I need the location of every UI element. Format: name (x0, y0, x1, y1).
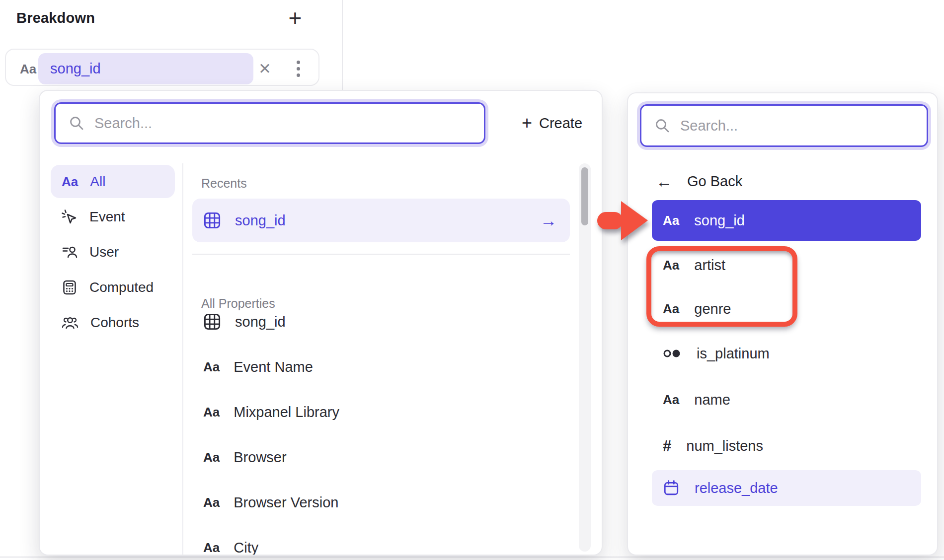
calendar-icon (663, 480, 680, 496)
search-input[interactable] (94, 115, 484, 132)
type-text-icon: Aa (203, 496, 220, 509)
property-detail-panel: ← Go Back Aa song_id Aa artist Aa genre … (627, 92, 938, 556)
sub-property-song-id[interactable]: Aa song_id (652, 200, 921, 241)
section-divider (192, 254, 570, 255)
plus-icon: + (289, 4, 302, 31)
sub-property-search (640, 104, 928, 147)
calculator-icon (62, 280, 78, 295)
recents-header: Recents (201, 176, 247, 191)
scrollbar-thumb[interactable] (581, 167, 588, 225)
arrow-left-icon: ← (656, 173, 672, 190)
grid-table-icon (203, 313, 221, 331)
event-cursor-icon (62, 209, 78, 225)
property-browser-version[interactable]: Aa Browser Version (192, 489, 570, 516)
create-property-button[interactable]: + Create (505, 105, 599, 141)
type-text-icon: Aa (62, 175, 78, 188)
property-browser[interactable]: Aa Browser (192, 443, 570, 471)
plus-icon: + (522, 114, 532, 132)
scrollbar-track[interactable] (579, 163, 591, 552)
type-text-icon: Aa (663, 393, 679, 406)
kebab-icon (297, 61, 300, 64)
hash-icon: # (663, 438, 671, 454)
screen: Breakdown + Aa song_id ✕ + Create Aa (0, 0, 944, 560)
arrow-right-icon: → (540, 212, 557, 229)
category-event[interactable]: Event (51, 200, 175, 233)
breakdown-chip-value[interactable]: song_id (38, 53, 253, 84)
type-text-icon: Aa (203, 451, 220, 464)
string-type-icon: Aa (20, 62, 36, 77)
category-cohorts[interactable]: Cohorts (51, 306, 175, 339)
property-song-id[interactable]: song_id (192, 308, 570, 336)
property-city[interactable]: Aa City (192, 534, 570, 556)
search-icon (69, 115, 84, 131)
sidebar-divider (342, 0, 343, 90)
boolean-icon (663, 348, 682, 359)
category-list: Aa All Event User (51, 165, 175, 339)
property-search (54, 102, 485, 144)
recent-property-song-id[interactable]: song_id → (192, 199, 570, 242)
add-breakdown-button[interactable]: + (281, 4, 309, 32)
sub-property-num-listens[interactable]: # num_listens (652, 432, 921, 460)
chip-value-label: song_id (50, 61, 101, 77)
type-text-icon: Aa (663, 214, 679, 227)
type-text-icon: Aa (663, 302, 679, 315)
property-mixpanel-library[interactable]: Aa Mixpanel Library (192, 398, 570, 426)
bottom-border (0, 557, 944, 558)
sub-property-artist[interactable]: Aa artist (652, 251, 921, 279)
close-icon: ✕ (258, 60, 271, 78)
sub-property-genre[interactable]: Aa genre (652, 295, 921, 323)
sub-property-is-platinum[interactable]: is_platinum (652, 340, 921, 367)
sub-property-release-date[interactable]: release_date (652, 470, 921, 506)
category-all[interactable]: Aa All (51, 165, 175, 198)
type-text-icon: Aa (203, 360, 220, 373)
property-list: song_id Aa Event Name Aa Mixpanel Librar… (192, 308, 570, 556)
search-icon (654, 118, 670, 134)
go-back-button[interactable]: ← Go Back (656, 169, 855, 194)
people-icon (62, 315, 79, 331)
property-event-name[interactable]: Aa Event Name (192, 353, 570, 381)
type-text-icon: Aa (663, 259, 679, 272)
category-user[interactable]: User (51, 235, 175, 269)
grid-table-icon (203, 211, 221, 229)
remove-breakdown-button[interactable]: ✕ (252, 56, 277, 81)
category-computed[interactable]: Computed (51, 271, 175, 304)
user-list-icon (62, 244, 78, 260)
property-picker-panel: + Create Aa All Event (39, 90, 603, 556)
search-input[interactable] (680, 118, 927, 134)
sub-property-name[interactable]: Aa name (652, 386, 921, 414)
breakdown-options-button[interactable] (287, 56, 309, 81)
column-divider (182, 163, 183, 556)
type-text-icon: Aa (203, 541, 220, 554)
type-text-icon: Aa (203, 406, 220, 419)
breakdown-title: Breakdown (16, 10, 95, 26)
